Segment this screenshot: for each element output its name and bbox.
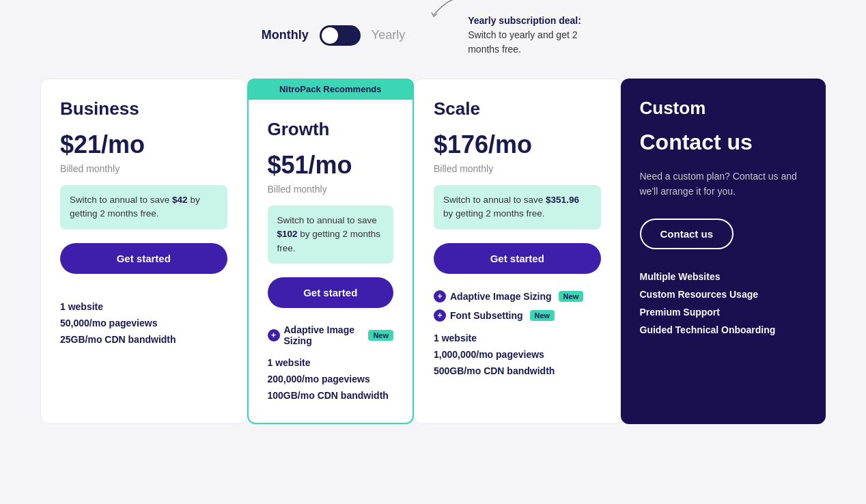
stat-bandwidth-growth: 100GB/mo CDN bandwidth [268,390,394,401]
yearly-label: Yearly [372,28,405,42]
billing-toggle-area: Monthly Yearly [262,25,405,46]
stat-bandwidth-business: 25GB/mo CDN bandwidth [60,334,227,345]
features-list-scale: + Adaptive Image Sizing New + Font Subse… [434,290,601,322]
plan-name-business: Business [60,98,227,120]
get-started-button-business[interactable]: Get started [60,243,227,274]
plans-container: Business $21/mo Billed monthly Switch to… [40,79,826,424]
custom-feature-0: Multiple Websites [640,271,807,282]
new-badge-adaptive-scale: New [559,291,584,302]
save-text-business: Switch to annual to save [70,195,172,205]
stat-websites-business: 1 website [60,301,227,312]
get-started-button-scale[interactable]: Get started [434,243,601,274]
feature-label-font-scale: Font Subsetting [450,310,523,321]
stat-websites-scale: 1 website [434,333,601,344]
stat-pageviews-growth: 200,000/mo pageviews [268,374,394,384]
new-badge-adaptive-growth: New [368,330,393,341]
new-badge-font-scale: New [530,310,555,321]
billing-toggle-switch[interactable] [320,25,361,46]
plan-name-scale: Scale [434,98,601,120]
save-suffix-scale: by getting 2 months free. [443,208,545,219]
growth-wrapper: NitroPack Recommends Growth $51/mo Bille… [247,79,415,424]
plan-card-business: Business $21/mo Billed monthly Switch to… [40,79,247,424]
plan-price-business: $21/mo [60,130,227,159]
contact-us-title: Contact us [640,130,807,155]
yearly-deal-description: Switch to yearly and get 2 months free. [468,29,577,55]
plan-price-scale: $176/mo [434,130,601,159]
plus-icon-font-scale: + [434,309,446,322]
save-box-scale: Switch to annual to save $351.96 by gett… [434,185,601,229]
save-amount-scale: $351.96 [546,195,579,205]
save-text-growth: Switch to annual to save [277,215,377,225]
plan-stats-business: 1 website 50,000/mo pageviews 25GB/mo CD… [60,301,227,345]
monthly-label: Monthly [262,28,309,42]
plan-stats-scale: 1 website 1,000,000/mo pageviews 500GB/m… [434,333,601,376]
plan-card-custom: Custom Contact us Need a custom plan? Co… [621,79,826,424]
yearly-deal-title: Yearly subscription deal: [468,15,581,26]
arrow-icon [430,0,471,22]
get-started-button-growth[interactable]: Get started [268,277,394,308]
custom-feature-3: Guided Technical Onboarding [640,324,807,335]
custom-features-list: Multiple Websites Custom Resources Usage… [640,271,807,335]
feature-label-adaptive-growth: Adaptive Image Sizing [284,324,362,346]
plan-card-scale: Scale $176/mo Billed monthly Switch to a… [414,79,621,424]
feature-font-subsetting-scale: + Font Subsetting New [434,309,601,322]
custom-feature-2: Premium Support [640,307,807,318]
plan-price-growth: $51/mo [268,151,394,180]
plan-name-custom: Custom [640,98,807,119]
feature-adaptive-image-scale: + Adaptive Image Sizing New [434,290,601,303]
stat-bandwidth-scale: 500GB/mo CDN bandwidth [434,365,601,376]
plan-billing-growth: Billed monthly [268,184,394,195]
recommends-badge: NitroPack Recommends [247,79,415,100]
custom-feature-1: Custom Resources Usage [640,289,807,300]
save-box-business: Switch to annual to save $42 by getting … [60,185,227,229]
plan-card-growth: Growth $51/mo Billed monthly Switch to a… [247,100,415,424]
yearly-deal-text: Yearly subscription deal: Switch to year… [468,14,604,57]
toggle-knob [322,27,338,44]
plan-billing-scale: Billed monthly [434,163,601,174]
plus-icon-growth: + [268,329,280,341]
plus-icon-adaptive-scale: + [434,290,446,303]
stat-pageviews-business: 50,000/mo pageviews [60,318,227,328]
save-box-growth: Switch to annual to save $102 by getting… [268,206,394,264]
feature-label-adaptive-scale: Adaptive Image Sizing [450,291,552,302]
contact-us-desc: Need a custom plan? Contact us and we'll… [640,169,807,199]
billing-toggle-bar: Monthly Yearly Yearly subscription deal:… [262,14,604,57]
features-list-growth: + Adaptive Image Sizing New [268,324,394,346]
stat-pageviews-scale: 1,000,000/mo pageviews [434,349,601,360]
plan-billing-business: Billed monthly [60,163,227,174]
stat-websites-growth: 1 website [268,357,394,368]
save-amount-business: $42 [172,195,188,205]
save-text-scale: Switch to annual to save [443,195,546,205]
yearly-deal-callout: Yearly subscription deal: Switch to year… [468,14,604,57]
feature-adaptive-image-growth: + Adaptive Image Sizing New [268,324,394,346]
plan-stats-growth: 1 website 200,000/mo pageviews 100GB/mo … [268,357,394,401]
contact-us-button[interactable]: Contact us [640,219,734,249]
plan-name-growth: Growth [268,119,394,140]
save-amount-growth: $102 [277,229,298,239]
